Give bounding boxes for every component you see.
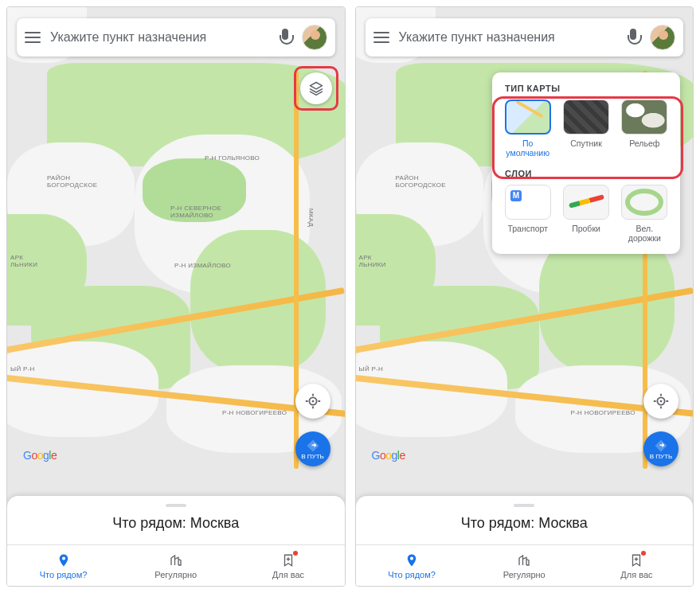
map-label: Р-Н СЕВЕРНОЕ ИЗМАЙЛОВО <box>170 205 221 219</box>
svg-point-1 <box>311 400 314 403</box>
buildings-icon <box>168 552 184 568</box>
layers-icon <box>308 80 324 96</box>
layers-button[interactable] <box>300 72 332 104</box>
map-type-heading: ТИП КАРТЫ <box>505 84 671 93</box>
tile-label: Пробки <box>572 224 600 233</box>
map-type-terrain[interactable]: Рельеф <box>619 99 671 158</box>
notification-dot-icon <box>293 551 298 556</box>
map-label: Р-Н ГОЛЬЯНОВО <box>205 154 260 162</box>
nav-explore[interactable]: Что рядом? <box>7 545 119 586</box>
foryou-icon <box>628 552 644 568</box>
explore-sheet[interactable]: Что рядом: Москва <box>356 496 694 546</box>
buildings-icon <box>516 552 532 568</box>
nav-label: Регулярно <box>503 570 546 579</box>
tile-label: Транспорт <box>507 224 548 233</box>
tile-label: Рельеф <box>629 138 659 148</box>
layer-transit[interactable]: Транспорт <box>502 185 553 243</box>
nav-label: Что рядом? <box>40 570 88 579</box>
menu-icon[interactable] <box>25 32 41 43</box>
menu-icon[interactable] <box>373 32 389 43</box>
layer-thumb-icon <box>621 185 667 220</box>
nav-commute[interactable]: Регулярно <box>119 545 232 586</box>
directions-button[interactable]: В ПУТЬ <box>295 431 330 466</box>
map-label: РАЙОН БОГОРОДСКОЕ <box>396 174 446 189</box>
map-label: РАЙОН БОГОРОДСКОЕ <box>47 174 97 189</box>
nav-explore[interactable]: Что рядом? <box>356 545 468 586</box>
map-label: АРК ЛЬНИКИ <box>359 254 386 268</box>
map-type-thumb-icon <box>563 99 609 135</box>
google-logo: Google <box>23 449 57 462</box>
map-label: Р-Н НОВОГИРЕЕВО <box>222 409 287 416</box>
nav-foryou[interactable]: Для вас <box>581 545 693 586</box>
bottom-nav: Что рядом? Регулярно Для вас <box>356 544 694 586</box>
go-label: В ПУТЬ <box>301 453 324 460</box>
nav-label: Для вас <box>620 570 652 579</box>
my-location-button[interactable] <box>295 384 330 419</box>
map-type-thumb-icon <box>621 99 667 135</box>
map-label: ЫЙ Р-Н <box>359 365 384 373</box>
nav-foryou[interactable]: Для вас <box>232 545 344 586</box>
map-label: ЫЙ Р-Н <box>10 365 35 373</box>
crosshair-icon <box>304 392 322 410</box>
voice-search-icon[interactable] <box>278 29 292 46</box>
google-logo: Google <box>372 449 405 462</box>
layer-traffic[interactable]: Пробки <box>560 185 612 243</box>
map-type-default[interactable]: По умолчанию <box>502 99 553 158</box>
map-type-satellite[interactable]: Спутник <box>560 99 612 158</box>
profile-avatar[interactable] <box>302 25 327 50</box>
directions-icon <box>654 439 668 453</box>
layers-heading: СЛОИ <box>505 169 671 178</box>
tile-label: Спутник <box>570 138 602 148</box>
tile-label: Вел. дорожки <box>628 224 661 243</box>
sheet-title: Что рядом: Москва <box>356 515 694 532</box>
directions-icon <box>306 439 320 453</box>
search-placeholder: Укажите пункт назначения <box>399 30 617 45</box>
search-bar[interactable]: Укажите пункт назначения <box>366 18 684 57</box>
svg-point-3 <box>660 400 663 403</box>
nav-label: Регулярно <box>154 570 197 579</box>
search-bar[interactable]: Укажите пункт назначения <box>17 18 335 57</box>
crosshair-icon <box>652 392 670 410</box>
go-label: В ПУТЬ <box>650 453 673 460</box>
phone-screen-left: РАЙОН БОГОРОДСКОЕ Р-Н ГОЛЬЯНОВО Р-Н СЕВЕ… <box>6 6 346 587</box>
phone-screen-right: РАЙОН БОГОРОДСКОЕ Р-Н НОВОГИРЕЕВО АРК ЛЬ… <box>355 6 694 587</box>
drag-handle-icon[interactable] <box>166 504 186 507</box>
layers-row: Транспорт Пробки Вел. дорожки <box>502 185 671 243</box>
tile-label: По умолчанию <box>506 138 549 158</box>
pin-icon <box>404 552 420 568</box>
drag-handle-icon[interactable] <box>514 504 534 507</box>
bottom-nav: Что рядом? Регулярно Для вас <box>7 544 345 586</box>
my-location-button[interactable] <box>643 384 678 419</box>
directions-button[interactable]: В ПУТЬ <box>643 431 678 466</box>
map-type-thumb-icon <box>505 99 551 135</box>
notification-dot-icon <box>641 551 646 556</box>
layer-bike[interactable]: Вел. дорожки <box>619 185 671 243</box>
map-label: АРК ЛЬНИКИ <box>10 254 37 268</box>
pin-icon <box>56 552 72 568</box>
map-label: Р-Н НОВОГИРЕЕВО <box>571 409 635 416</box>
nav-commute[interactable]: Регулярно <box>468 545 581 586</box>
sheet-title: Что рядом: Москва <box>7 515 345 532</box>
layer-thumb-icon <box>563 185 609 220</box>
explore-sheet[interactable]: Что рядом: Москва <box>7 496 345 546</box>
layers-panel: ТИП КАРТЫ По умолчанию Спутник Рельеф СЛ… <box>492 72 680 254</box>
profile-avatar[interactable] <box>650 25 675 50</box>
foryou-icon <box>280 552 296 568</box>
map-label: Р-Н ИЗМАЙЛОВО <box>174 262 231 269</box>
search-placeholder: Укажите пункт назначения <box>50 30 268 45</box>
nav-label: Для вас <box>272 570 304 579</box>
voice-search-icon[interactable] <box>626 29 640 46</box>
map-type-row: По умолчанию Спутник Рельеф <box>502 99 671 158</box>
map-label: МКАД <box>307 209 315 228</box>
layer-thumb-icon <box>505 185 551 220</box>
nav-label: Что рядом? <box>388 570 436 579</box>
